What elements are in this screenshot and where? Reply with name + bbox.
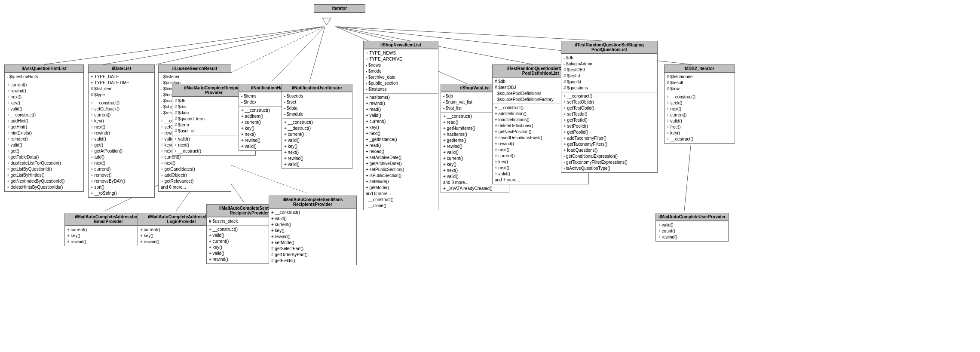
section-methods: + current() + rewind() + next() + key() … (5, 81, 83, 191)
section-attrs: + TYPE_NEWS + TYPE_ARCHIVE - $news - $mo… (364, 49, 438, 93)
svg-line-1 (103, 27, 323, 64)
class-Iterator: Iterator (314, 4, 365, 13)
class-title-ilNotificationUserIterator: ilNotificationUserIterator (282, 84, 352, 92)
class-ilNotificationUserIterator: ilNotificationUserIterator - $userids - … (282, 84, 352, 169)
section-attrs: - $questionHints (5, 73, 83, 81)
class-MDB2_Bufferediterator: ilMailAutoCompleteUserProvider + valid()… (655, 213, 729, 242)
section-methods: + __construct() + setCallback() + curren… (89, 99, 154, 197)
svg-line-9 (337, 27, 602, 41)
class-title-MDB2_Bufferediterator: ilMailAutoCompleteUserProvider (656, 213, 728, 221)
svg-line-12 (684, 133, 692, 211)
class-MDB2_Iterator: MDB2_Iterator # $fetchmode # $result # $… (664, 64, 735, 144)
diagram-container: Iterator ilAssQuestionHintList - $questi… (0, 0, 980, 352)
section-methods: + __construct() + valid() + current() + … (269, 208, 356, 265)
class-title-ilLuceneSearchResult: ilLuceneSearchResult (159, 65, 231, 73)
section-attrs: - $userids - $rset - $data - $module (282, 92, 352, 118)
class-ilShopNewsItemList: ilShopNewsItemList + TYPE_NEWS + TYPE_AR… (363, 41, 438, 210)
svg-marker-11 (322, 18, 331, 25)
section-attrs: - $db - $pluginAdmin # $testOBJ # $testI… (561, 54, 657, 92)
class-ilAssQuestionHintList: ilAssQuestionHintList - $questionHints +… (4, 64, 84, 192)
svg-line-2 (156, 27, 324, 64)
section-attrs: # $fetchmode # $result # $row (665, 73, 735, 93)
svg-line-5 (309, 27, 325, 82)
class-title-ilMailAutoCompleteUserProvider: ilMailAutoCompleteSentMails RecipientsPr… (269, 196, 356, 208)
class-title-ilShopNewsItemList: ilShopNewsItemList (364, 41, 438, 49)
class-title-ilDateList: ilDateList (89, 65, 154, 73)
class-title-MDB2_Iterator: MDB2_Iterator (665, 65, 735, 73)
section-methods: + __construct() + seek() + next() + curr… (665, 93, 735, 143)
class-title-ilTestRandomQuestionSetStagingPoolQuestionList: ilTestRandomQuestionSetStagingPoolQuesti… (561, 41, 657, 54)
class-ilDateList: ilDateList + TYPE_DATE + TYPE_DATETIME #… (88, 64, 155, 198)
section-methods: + __construct() + setTestObjId() + getTe… (561, 92, 657, 172)
section-methods: + hasItems() + rewind() + read() + valid… (364, 93, 438, 210)
section-methods: + __construct() + __destruct() + current… (282, 118, 352, 168)
class-title-Iterator: Iterator (314, 5, 365, 12)
class-ilTestRandomQuestionSetStagingPoolQuestionList: ilTestRandomQuestionSetStagingPoolQuesti… (561, 41, 658, 173)
svg-line-4 (272, 27, 325, 82)
svg-line-6 (335, 27, 393, 41)
class-title-ilAssQuestionHintList: ilAssQuestionHintList (5, 65, 83, 73)
class-ilMailAutoCompleteUserProvider: ilMailAutoCompleteSentMails RecipientsPr… (269, 196, 357, 265)
svg-line-0 (44, 27, 322, 64)
section-attrs: + TYPE_DATE + TYPE_DATETIME # $list_item… (89, 73, 154, 99)
section-methods: + valid() + count() + rewind() (656, 221, 728, 241)
